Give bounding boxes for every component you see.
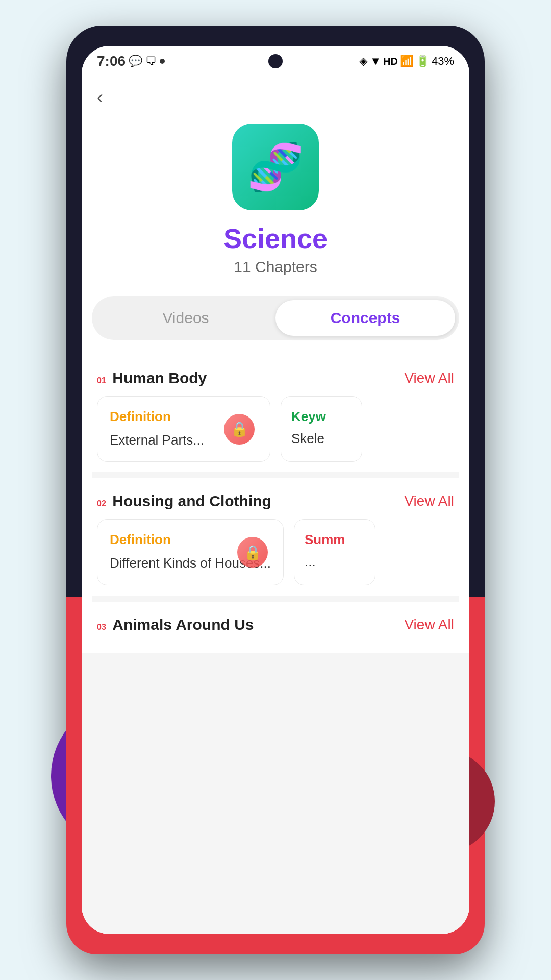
chapter-2-cards: Definition Different Kinds of Houses... …: [92, 519, 459, 595]
chapter-3-view-all[interactable]: View All: [404, 617, 454, 633]
chapter-3-num: 03: [97, 623, 106, 631]
signal-hd: HD: [383, 56, 398, 67]
network-icon: 📶: [400, 55, 414, 68]
chapter-section-2: 02 Housing and Clothing View All Definit…: [92, 478, 459, 595]
chapter-2-view-all[interactable]: View All: [404, 493, 454, 509]
chapter-1-num: 01: [97, 376, 106, 385]
divider-2: [92, 596, 459, 602]
ai-icon: ◈: [359, 55, 368, 68]
chapter-2-name: Housing and Clothing: [112, 493, 271, 509]
chapter-1-view-all[interactable]: View All: [404, 370, 454, 386]
chapter-1-name: Human Body: [112, 370, 207, 386]
phone-screen: 7:06 💬 🗨 ◈ ▼ HD 📶 🔋 43% ‹: [82, 46, 469, 934]
card-partial-title-1: Skele: [291, 431, 352, 447]
card-partial-title-2: ...: [305, 554, 365, 570]
content-area: ‹ 🧬 Science 11 Chapters Videos Concepts: [82, 77, 469, 653]
notification-dot: [160, 59, 165, 64]
whatsapp-icon: 💬: [129, 55, 142, 68]
chapter-1-title: 01 Human Body: [97, 370, 207, 387]
chapter-row-3: 03 Animals Around Us View All: [92, 602, 459, 643]
subject-header: 🧬 Science 11 Chapters: [82, 118, 469, 291]
main-content: ‹ 🧬 Science 11 Chapters Videos Concepts: [82, 77, 469, 934]
subject-name: Science: [223, 223, 328, 254]
card-partial-type-2: Summ: [305, 532, 365, 548]
card-definition-1[interactable]: Definition External Parts... 🔒: [97, 396, 270, 462]
chapter-3-name: Animals Around Us: [112, 616, 254, 633]
chapters-list: 01 Human Body View All Definition Extern…: [82, 345, 469, 653]
battery-icon: 🔋: [416, 55, 430, 68]
chapter-count: 11 Chapters: [234, 258, 317, 276]
chapter-section-3: 03 Animals Around Us View All: [92, 602, 459, 643]
battery-percent: 43%: [432, 55, 454, 68]
tab-concepts[interactable]: Concepts: [276, 300, 455, 336]
status-right: ◈ ▼ HD 📶 🔋 43%: [359, 55, 454, 68]
lock-badge-1: 🔒: [224, 414, 255, 445]
wifi-icon: ▼: [370, 55, 381, 68]
divider-1: [92, 472, 459, 478]
lock-badge-2: 🔒: [237, 537, 268, 568]
back-button-area: ‹: [82, 77, 469, 118]
card-summary-2[interactable]: Summ ...: [294, 519, 375, 585]
card-definition-2[interactable]: Definition Different Kinds of Houses... …: [97, 519, 284, 585]
subject-icon: 🧬: [247, 140, 304, 194]
chapter-2-title: 02 Housing and Clothing: [97, 493, 271, 510]
message-icon: 🗨: [145, 55, 157, 68]
status-left: 7:06 💬 🗨: [97, 53, 165, 69]
phone-frame: 7:06 💬 🗨 ◈ ▼ HD 📶 🔋 43% ‹: [66, 26, 485, 954]
status-time: 7:06: [97, 53, 126, 69]
chapter-section-1: 01 Human Body View All Definition Extern…: [92, 355, 459, 472]
chapter-1-cards: Definition External Parts... 🔒 Keyw Skel…: [92, 396, 459, 472]
chapter-row-2: 02 Housing and Clothing View All: [92, 478, 459, 519]
tabs-container: Videos Concepts: [92, 296, 459, 340]
chapter-row-1: 01 Human Body View All: [92, 355, 459, 396]
chapter-2-num: 02: [97, 499, 106, 508]
chapter-3-title: 03 Animals Around Us: [97, 616, 254, 633]
back-button[interactable]: ‹: [97, 87, 103, 108]
camera-notch: [268, 54, 283, 68]
card-keyword-1[interactable]: Keyw Skele: [281, 396, 362, 462]
subject-icon-container: 🧬: [232, 124, 319, 210]
tab-videos[interactable]: Videos: [96, 300, 276, 336]
status-bar: 7:06 💬 🗨 ◈ ▼ HD 📶 🔋 43%: [82, 46, 469, 77]
card-partial-type-1: Keyw: [291, 409, 352, 425]
